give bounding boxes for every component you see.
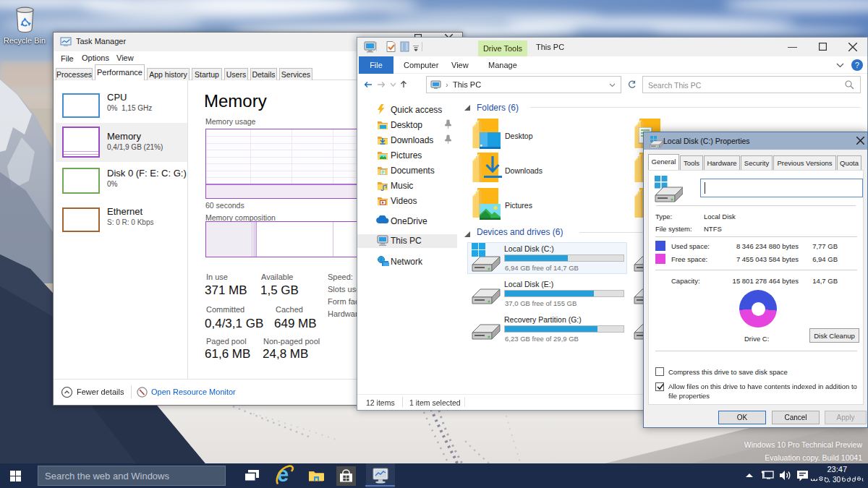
svg-text:?: ?	[855, 61, 859, 69]
svg-text:30: 30	[833, 476, 841, 484]
